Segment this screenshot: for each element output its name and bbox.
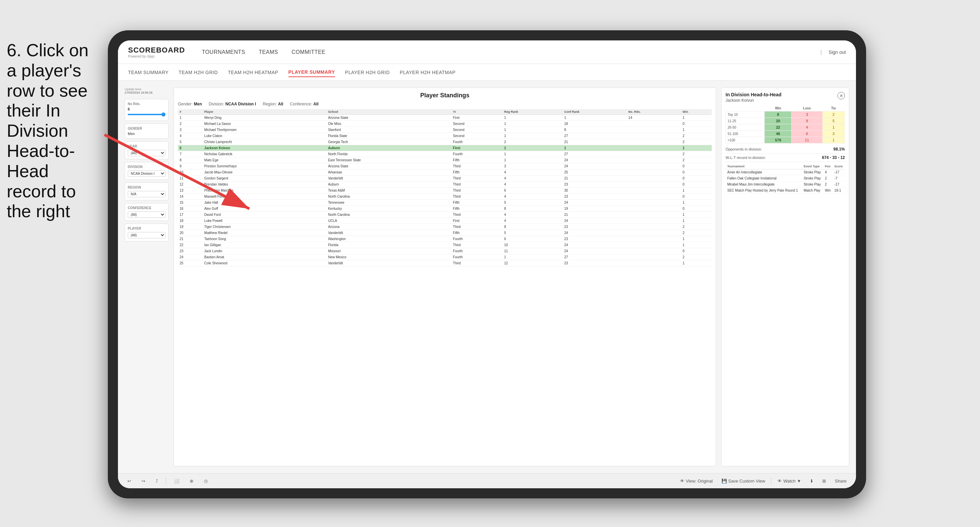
slider-thumb[interactable] bbox=[161, 113, 165, 116]
save-custom-view-button[interactable]: 💾 Save Custom View bbox=[719, 477, 768, 485]
tab-player-summary[interactable]: PLAYER SUMMARY bbox=[288, 68, 335, 77]
cell-conf-rank: 30 bbox=[562, 187, 627, 194]
bottom-toolbar: ↩ ↪ ⤴ ⬜ ⊕ ◷ 👁 View: Original 💾 Save Cust… bbox=[118, 473, 856, 488]
cell-yr: Third bbox=[451, 187, 503, 194]
cell-conf-rank: 24 bbox=[562, 218, 627, 224]
tab-team-summary[interactable]: TEAM SUMMARY bbox=[128, 68, 169, 77]
h2h-loss: 4 bbox=[792, 124, 822, 131]
year-select[interactable]: (All) 2024 2023 bbox=[128, 150, 165, 156]
grid-button[interactable]: ⊞ bbox=[819, 477, 829, 485]
export-button[interactable]: ⤴ bbox=[153, 477, 161, 485]
tab-team-h2h-grid[interactable]: TEAM H2H GRID bbox=[178, 68, 218, 77]
cell-conf-rank: 21 bbox=[562, 212, 627, 218]
cell-player: Maxwell Ford bbox=[202, 194, 326, 200]
t-name: SEC Match Play Hosted by Jerry Pate Roun… bbox=[725, 187, 802, 194]
h2h-col-range bbox=[726, 105, 765, 111]
cell-reg-rank: 1 bbox=[503, 121, 562, 127]
h2h-win: 8 bbox=[765, 111, 792, 118]
cell-player: Jake Hall bbox=[202, 200, 326, 206]
h2h-close-button[interactable]: ✕ bbox=[837, 92, 845, 99]
no-rds-value: 6 bbox=[128, 107, 165, 111]
cell-num: 1 bbox=[178, 115, 202, 121]
sign-out-button[interactable]: Sign out bbox=[829, 49, 846, 55]
add-button[interactable]: ⊕ bbox=[187, 477, 196, 485]
region-select[interactable]: N/A East West bbox=[128, 191, 165, 197]
cell-player: Mats Ege bbox=[202, 157, 326, 163]
cell-reg-rank: 4 bbox=[503, 169, 562, 175]
table-row[interactable]: 20 Matthew Riedel Vanderbilt Fifth 5 24 … bbox=[178, 230, 712, 236]
table-row[interactable]: 25 Cole Sherwood Vanderbilt Third 12 23 … bbox=[178, 260, 712, 267]
h2h-title: In Division Head-to-Head bbox=[725, 92, 781, 97]
h2h-win: 578 bbox=[765, 137, 792, 143]
table-row[interactable]: 22 Ian Gilligan Florida Third 10 24 1 bbox=[178, 242, 712, 248]
cell-win: 2 bbox=[681, 151, 712, 157]
table-row[interactable]: 4 Luke Claton Florida State Second 1 27 … bbox=[178, 133, 712, 139]
tab-team-h2h-heatmap[interactable]: TEAM H2H HEATMAP bbox=[228, 68, 278, 77]
col-num: # bbox=[178, 109, 202, 115]
table-row[interactable]: 14 Maxwell Ford North Carolina Third 4 2… bbox=[178, 194, 712, 200]
table-row[interactable]: 13 Phichaksn Maichon Texas A&M Third 6 3… bbox=[178, 187, 712, 194]
table-row[interactable]: 7 Nicholas Gabrelcik North Florida Fourt… bbox=[178, 151, 712, 157]
cell-win: 0 bbox=[681, 169, 712, 175]
division-select[interactable]: NCAA Division I NCAA Division II bbox=[128, 170, 165, 177]
table-row[interactable]: 17 David Ford North Carolina Third 4 21 … bbox=[178, 212, 712, 218]
player-select[interactable]: (All) bbox=[128, 232, 165, 238]
cell-school: UCLA bbox=[326, 218, 451, 224]
h2h-range: 51-100 bbox=[726, 131, 765, 137]
refresh-button[interactable]: ◷ bbox=[201, 477, 210, 485]
tab-player-h2h-grid[interactable]: PLAYER H2H GRID bbox=[345, 68, 390, 77]
h2h-stats-row: 51-100 46 6 3 bbox=[726, 131, 845, 137]
h2h-header: In Division Head-to-Head Jackson Koivun … bbox=[725, 92, 845, 103]
cell-reg-rank: 6 bbox=[503, 187, 562, 194]
wlt-record: 674 - 33 - 12 bbox=[822, 155, 845, 160]
nav-tournaments[interactable]: TOURNAMENTS bbox=[202, 48, 245, 57]
cell-school: Arkansas bbox=[326, 169, 451, 175]
cell-no-rds bbox=[627, 133, 681, 139]
undo-button[interactable]: ↩ bbox=[125, 477, 134, 485]
table-row[interactable]: 8 Mats Ege East Tennessee State Fifth 1 … bbox=[178, 157, 712, 163]
cell-conf-rank: 21 bbox=[562, 139, 627, 145]
table-row[interactable]: 18 Luke Powell UCLA First 4 24 1 bbox=[178, 218, 712, 224]
table-row[interactable]: 6 Jackson Koivun Auburn First 1 1 1 bbox=[178, 145, 712, 151]
table-row[interactable]: 24 Bastien Amat New Mexico Fourth 1 27 2 bbox=[178, 254, 712, 260]
cell-yr: Second bbox=[451, 121, 503, 127]
t-score: 18-1 bbox=[833, 187, 845, 194]
table-row[interactable]: 12 Brendan Valdes Auburn Third 4 23 0 bbox=[178, 181, 712, 187]
nav-committee[interactable]: COMMITTEE bbox=[291, 48, 326, 57]
table-row[interactable]: 23 Jack Lundin Missouri Fourth 11 24 0 bbox=[178, 248, 712, 254]
cell-reg-rank: 4 bbox=[503, 175, 562, 181]
cell-reg-rank: 8 bbox=[503, 224, 562, 230]
table-row[interactable]: 16 Alex Goff Kentucky Fifth 8 19 0 bbox=[178, 206, 712, 212]
slider-track[interactable] bbox=[128, 114, 165, 115]
table-row[interactable]: 10 Jacob Mau-Olesee Arkansas Fifth 4 25 … bbox=[178, 169, 712, 175]
nav-teams[interactable]: TEAMS bbox=[259, 48, 278, 57]
table-row[interactable]: 3 Michael Thorbjornsen Stanford Second 1… bbox=[178, 127, 712, 133]
select-button[interactable]: ⬜ bbox=[171, 477, 182, 485]
table-row[interactable]: 15 Jake Hall Tennessee Fifth 5 24 1 bbox=[178, 200, 712, 206]
view-original-button[interactable]: 👁 View: Original bbox=[678, 477, 716, 485]
cell-no-rds bbox=[627, 194, 681, 200]
h2h-stats-row: Top 10 8 3 2 bbox=[726, 111, 845, 118]
cell-school: Florida bbox=[326, 242, 451, 248]
tournament-row: Amer Ari Intercollegiate Stroke Play 4 -… bbox=[725, 169, 845, 175]
redo-button[interactable]: ↪ bbox=[139, 477, 148, 485]
conference-select[interactable]: (All) SEC ACC bbox=[128, 211, 165, 218]
cell-num: 16 bbox=[178, 206, 202, 212]
tournament-table: Tournament Event Type Pos Score Amer Ari… bbox=[725, 163, 845, 194]
tab-player-h2h-heatmap[interactable]: PLAYER H2H HEATMAP bbox=[400, 68, 456, 77]
table-row[interactable]: 21 Taehoon Song Washington Fourth 6 23 1 bbox=[178, 236, 712, 242]
download-button[interactable]: ⬇ bbox=[807, 477, 816, 485]
table-row[interactable]: 19 Tiger Christensen Arizona Third 8 23 … bbox=[178, 224, 712, 230]
watch-button[interactable]: 👁 Watch ▼ bbox=[775, 477, 804, 485]
table-row[interactable]: 2 Michael La Sasso Ole Miss Second 1 18 … bbox=[178, 121, 712, 127]
division-label: Division bbox=[128, 165, 165, 169]
share-button[interactable]: Share bbox=[832, 477, 849, 485]
table-row[interactable]: 5 Christo Lamprecht Georgia Tech Fourth … bbox=[178, 139, 712, 145]
table-row[interactable]: 11 Gordon Sargent Vanderbilt Third 4 21 … bbox=[178, 175, 712, 181]
cell-num: 14 bbox=[178, 194, 202, 200]
table-row[interactable]: 1 Wenyi Ding Arizona State First 1 1 14 … bbox=[178, 115, 712, 121]
table-row[interactable]: 9 Preston Summerhays Arizona State Third… bbox=[178, 163, 712, 169]
cell-win: 0 bbox=[681, 248, 712, 254]
cell-conf-rank: 24 bbox=[562, 230, 627, 236]
col-no-rds: No. Rds. bbox=[627, 109, 681, 115]
